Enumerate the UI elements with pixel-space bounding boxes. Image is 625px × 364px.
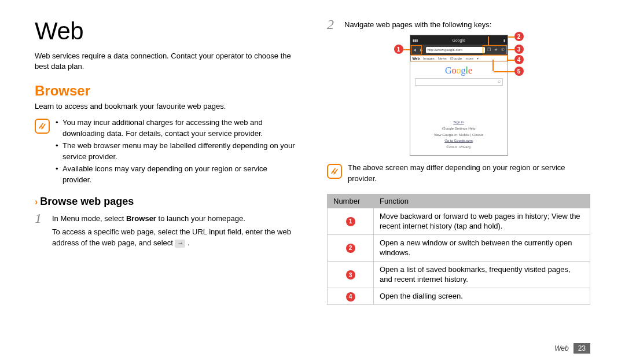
battery-icon: ▮ [503,38,505,42]
url-field: http://www.google.com [426,47,485,53]
note-text-right: The above screen may differ depending on… [348,163,590,185]
note-list-left: You may incur additional charges for acc… [56,117,298,186]
note-item: The web browser menu may be labelled dif… [56,141,298,163]
signal-icon: ▮▮▮ [413,38,418,42]
note-item: You may incur additional charges for acc… [56,117,298,139]
mini-search-box [415,78,503,86]
subheading-browse-web-pages: › Browse web pages [35,196,298,208]
tabs-dropdown-icon: ▾ [477,56,479,60]
table-row: 1 Move backward or forward to web pages … [328,208,590,234]
table-header-function: Function [374,194,590,208]
row-number-badge: 3 [346,270,355,280]
footer-category: Web [554,344,568,352]
page-footer: Web 23 [554,343,590,354]
table-row: 3 Open a list of saved bookmarks, freque… [328,261,590,288]
callout-5: 5 [514,67,524,76]
section-heading-browser: Browser [35,83,298,99]
step-body: Navigate web pages with the following ke… [344,17,491,31]
intro-paragraph: Web services require a data connection. … [35,51,298,71]
row-number-badge: 4 [346,292,355,302]
step-body: In Menu mode, select Browser to launch y… [52,211,298,249]
mini-status-bar: ▮▮▮ Google ▮ [410,35,508,45]
note-icon [35,119,50,134]
browser-screenshot-figure: ▮▮▮ Google ▮ ◄ ► http://www.google.com ❐… [327,35,590,156]
go-arrow-icon [175,240,185,248]
callout-2: 2 [514,32,524,41]
note-box-right: The above screen may differ depending on… [327,163,590,185]
browser-mini-screen: ▮▮▮ Google ▮ ◄ ► http://www.google.com ❐… [410,35,508,156]
bookmark-icon: ★ [493,47,499,53]
row-number-badge: 2 [346,244,355,253]
phone-icon: ✆ [500,47,506,53]
footer-pagenum: 23 [573,343,590,354]
chevron-icon: › [35,197,38,207]
step-1: 1 In Menu mode, select Browser to launch… [35,211,298,249]
row-number-badge: 1 [346,217,355,226]
mini-footer: Sign in iGoogle Settings Help View Googl… [410,90,508,155]
forward-arrow-icon: ► [419,47,425,53]
table-header-number: Number [328,194,374,208]
section-intro: Learn to access and bookmark your favour… [35,101,298,112]
page-title: Web [35,17,298,45]
note-box-left: You may incur additional charges for acc… [35,117,298,186]
back-arrow-icon: ◄ [412,47,418,53]
callout-3: 3 [514,45,524,54]
function-table: Number Function 1 Move backward or forwa… [327,194,590,305]
note-icon [327,164,342,179]
step-number: 1 [35,211,46,225]
note-item: Available icons may vary depending on yo… [56,164,298,186]
windows-icon: ❐ [486,47,492,53]
callout-1: 1 [394,45,403,54]
table-row: 2 Open a new window or switch between th… [328,234,590,261]
mini-nav-bar: ◄ ► http://www.google.com ❐ ★ ✆ [410,45,508,55]
callout-4: 4 [514,55,524,64]
table-row: 4 Open the dialling screen. [328,288,590,304]
step-number: 2 [327,17,339,31]
step-2: 2 Navigate web pages with the following … [327,17,590,31]
